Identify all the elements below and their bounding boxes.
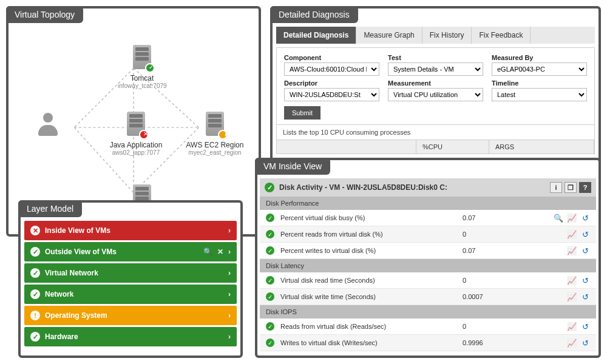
layer-control[interactable]: › (228, 332, 231, 341)
search-icon[interactable]: 🔍 (554, 213, 563, 223)
metric-value: 0 (463, 323, 523, 330)
vm-metric-row: ✓Reads from virtual disk (Reads/sec)0📈↺ (260, 318, 596, 335)
chart-icon[interactable]: 📈 (567, 292, 577, 302)
chart-icon[interactable]: 📈 (567, 338, 577, 348)
status-ok-icon: ✓ (266, 230, 274, 238)
layer-row-inside-view-of-vms[interactable]: ✕Inside View of VMs› (24, 221, 237, 240)
metric-name: Virtual disk write time (Seconds) (280, 293, 463, 300)
diagnosis-result-header: Lists the top 10 CPU consuming processes (276, 125, 595, 140)
metric-value: 0.0007 (463, 293, 523, 300)
help-button[interactable]: ? (579, 182, 591, 193)
layer-control[interactable]: › (228, 226, 231, 235)
measured-by-select[interactable]: eGLAP0043-PC (492, 62, 587, 76)
node-sublabel: aws02_japp:7077 (103, 149, 169, 156)
layer-control[interactable]: › (228, 269, 231, 277)
topology-node-aws[interactable]: AWS EC2 Region myec2_east_region (178, 112, 251, 156)
layer-label: Operating System (45, 311, 107, 320)
history-icon[interactable]: ↺ (580, 292, 590, 302)
node-label: AWS EC2 Region (178, 141, 251, 149)
status-ok-icon: ✓ (266, 339, 274, 347)
info-button[interactable]: i (550, 182, 562, 193)
history-icon[interactable]: ↺ (580, 213, 590, 223)
copy-button[interactable]: ❐ (565, 182, 577, 193)
filter-label: Timeline (492, 79, 587, 87)
status-ok-icon: ✓ (266, 276, 274, 285)
chart-icon[interactable]: 📈 (567, 246, 577, 255)
status-ok-icon: ✓ (266, 214, 274, 222)
topology-node-java[interactable]: Java Application aws02_japp:7077 (103, 112, 169, 156)
status-error-icon (139, 130, 149, 140)
layer-label: Network (45, 290, 73, 298)
tab-detailed-diagnosis[interactable]: Detailed Diagnosis (276, 27, 356, 44)
tab-measure-graph[interactable]: Measure Graph (356, 27, 422, 44)
filter-test: Test System Details - VM (388, 54, 483, 76)
diagnosis-tabbar: Detailed DiagnosisMeasure GraphFix Histo… (276, 27, 595, 44)
metric-name: Writes to virtual disk (Writes/sec) (280, 339, 463, 346)
chart-icon[interactable]: 📈 (567, 213, 577, 223)
layer-control[interactable]: › (228, 311, 231, 320)
node-sublabel: infoway_tcat:7079 (118, 83, 166, 89)
status-icon: ✓ (30, 268, 40, 278)
metric-value: 0.07 (463, 214, 523, 221)
filter-measured-by: Measured By eGLAP0043-PC (492, 54, 587, 76)
layer-row-virtual-network[interactable]: ✓Virtual Network› (24, 263, 237, 283)
tab-fix-feedback[interactable]: Fix Feedback (472, 27, 531, 44)
layer-label: Inside View of VMs (45, 226, 110, 235)
timeline-select[interactable]: Latest (492, 88, 587, 101)
status-icon: ! (30, 311, 40, 320)
topology-node-users[interactable] (30, 112, 66, 137)
detailed-diagnosis-panel: Detailed Diagnosis Detailed DiagnosisMea… (270, 6, 601, 176)
layer-control[interactable]: ✕ (217, 248, 223, 256)
filter-label: Test (388, 54, 483, 61)
tab-fix-history[interactable]: Fix History (422, 27, 472, 44)
test-select[interactable]: System Details - VM (388, 62, 483, 76)
users-icon (36, 112, 60, 136)
layer-row-operating-system[interactable]: !Operating System› (24, 306, 237, 325)
submit-button[interactable]: Submit (284, 106, 320, 120)
status-icon: ✕ (30, 226, 40, 235)
vm-metric-row: ✓Virtual disk read time (Seconds)0📈↺ (260, 272, 596, 289)
status-ok-icon: ✓ (265, 183, 274, 192)
history-icon[interactable]: ↺ (580, 338, 590, 348)
metric-value: 0 (463, 277, 523, 284)
component-select[interactable]: AWS-Cloud:60010:Cloud Des (284, 62, 379, 76)
chart-icon[interactable]: 📈 (567, 275, 577, 285)
layer-label: Hardware (45, 332, 78, 341)
topology-node-tomcat[interactable]: Tomcat infoway_tcat:7079 (118, 45, 166, 89)
filter-label: Measurement (388, 79, 483, 87)
vm-header-text: Disk Activity - VM - WIN-2USLA5D8DEU:Dis… (279, 183, 447, 192)
vm-inside-view-title: VM Inside View (255, 158, 330, 175)
metric-name: Percent writes to virtual disk (%) (280, 247, 463, 254)
history-icon[interactable]: ↺ (580, 275, 590, 285)
layer-row-outside-view-of-vms[interactable]: ✓Outside View of VMs🔍✕› (24, 242, 237, 261)
vm-section-header: Disk Latency (260, 259, 596, 272)
history-icon[interactable]: ↺ (580, 322, 590, 331)
layer-control[interactable]: › (228, 248, 231, 256)
metric-name: Reads from virtual disk (Reads/sec) (280, 323, 463, 330)
layer-model-list: ✕Inside View of VMs›✓Outside View of VMs… (24, 221, 237, 348)
history-icon[interactable]: ↺ (580, 229, 590, 239)
measurement-select[interactable]: Virtual CPU utilization (388, 88, 483, 101)
layer-control[interactable]: › (228, 290, 231, 298)
metric-name: Percent virtual disk busy (%) (280, 214, 463, 221)
status-icon: ✓ (30, 289, 40, 299)
metric-name: Virtual disk read time (Seconds) (280, 277, 463, 284)
diagnosis-filters: Component AWS-Cloud:60010:Cloud Des Test… (276, 47, 595, 125)
descriptor-select[interactable]: WIN-2USLA5D8DEU:St (284, 88, 379, 101)
col-cpu: %CPU (416, 140, 489, 153)
filter-component: Component AWS-Cloud:60010:Cloud Des (284, 54, 379, 76)
chart-icon[interactable]: 📈 (567, 322, 577, 331)
status-icon: ✓ (30, 332, 40, 342)
node-sublabel: myec2_east_region (178, 149, 251, 156)
vm-metric-row: ✓Virtual disk write time (Seconds)0.0007… (260, 289, 596, 305)
status-ok-icon: ✓ (266, 322, 274, 331)
layer-control[interactable]: 🔍 (203, 248, 212, 256)
history-icon[interactable]: ↺ (580, 246, 590, 255)
layer-row-hardware[interactable]: ✓Hardware› (24, 327, 237, 346)
chart-icon[interactable]: 📈 (567, 229, 577, 239)
vm-sections: Disk Performance✓Percent virtual disk bu… (260, 197, 596, 351)
filter-timeline: Timeline Latest (492, 79, 587, 101)
node-label: Tomcat (118, 74, 166, 83)
layer-row-network[interactable]: ✓Network› (24, 285, 237, 304)
vm-section-header: Disk IOPS (260, 305, 596, 318)
